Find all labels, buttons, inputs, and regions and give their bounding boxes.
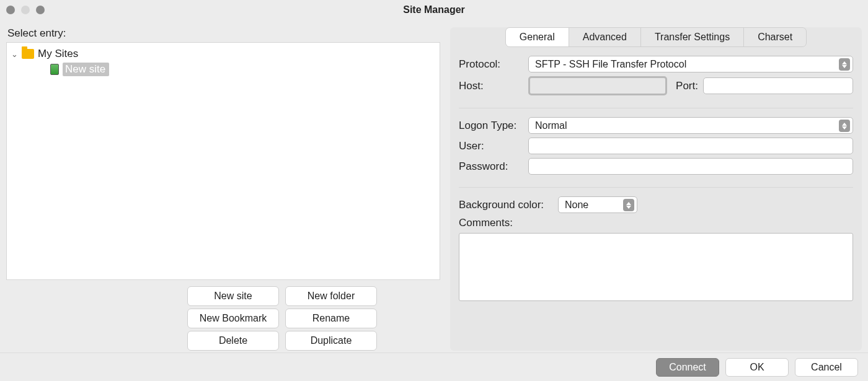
host-input[interactable] <box>528 76 667 95</box>
protocol-value: SFTP - SSH File Transfer Protocol <box>535 59 686 70</box>
new-site-button[interactable]: New site <box>187 286 279 306</box>
protocol-label: Protocol: <box>459 58 528 71</box>
select-entry-label: Select entry: <box>7 27 440 40</box>
duplicate-button[interactable]: Duplicate <box>285 331 377 351</box>
connect-button[interactable]: Connect <box>656 358 719 377</box>
cancel-button[interactable]: Cancel <box>795 358 858 377</box>
tab-bar: General Advanced Transfer Settings Chars… <box>505 27 807 47</box>
title-bar: Site Manager <box>0 0 868 20</box>
dialog-footer: Connect OK Cancel <box>0 353 868 381</box>
separator <box>459 108 853 108</box>
tab-charset[interactable]: Charset <box>744 28 806 46</box>
updown-icon <box>623 199 634 211</box>
folder-icon <box>22 49 34 59</box>
user-label: User: <box>459 140 528 152</box>
host-label: Host: <box>459 80 528 92</box>
logon-type-value: Normal <box>535 120 567 131</box>
new-folder-button[interactable]: New folder <box>285 286 377 306</box>
window-title: Site Manager <box>0 4 868 15</box>
tree-site-label: New site <box>63 63 109 76</box>
comments-label: Comments: <box>459 217 558 229</box>
password-label: Password: <box>459 160 528 173</box>
tab-general[interactable]: General <box>506 28 569 46</box>
new-bookmark-button[interactable]: New Bookmark <box>187 309 279 328</box>
background-color-label: Background color: <box>459 199 558 211</box>
tree-folder-label: My Sites <box>38 48 78 60</box>
chevron-down-icon[interactable]: ⌄ <box>11 50 18 59</box>
rename-button[interactable]: Rename <box>285 309 377 328</box>
settings-panel: General Advanced Transfer Settings Chars… <box>450 27 862 351</box>
tab-transfer-settings[interactable]: Transfer Settings <box>641 28 744 46</box>
logon-type-label: Logon Type: <box>459 120 528 132</box>
user-input[interactable] <box>528 138 853 154</box>
updown-icon <box>839 58 850 71</box>
background-color-value: None <box>565 199 588 211</box>
password-input[interactable] <box>528 158 853 175</box>
background-color-select[interactable]: None <box>558 196 637 213</box>
tree-site-row[interactable]: New site <box>7 61 440 77</box>
site-tree[interactable]: ⌄ My Sites New site <box>6 42 440 280</box>
updown-icon <box>839 120 850 132</box>
entry-buttons: New site New folder New Bookmark Rename … <box>187 286 377 351</box>
separator <box>459 187 853 188</box>
server-icon <box>50 64 59 75</box>
tab-advanced[interactable]: Advanced <box>569 28 641 46</box>
port-label: Port: <box>676 80 698 92</box>
logon-type-select[interactable]: Normal <box>528 117 853 134</box>
comments-textarea[interactable] <box>459 233 853 301</box>
tree-folder-row[interactable]: ⌄ My Sites <box>7 46 440 61</box>
ok-button[interactable]: OK <box>725 358 789 377</box>
protocol-select[interactable]: SFTP - SSH File Transfer Protocol <box>528 56 853 72</box>
port-input[interactable] <box>703 77 853 94</box>
delete-button[interactable]: Delete <box>187 331 279 351</box>
